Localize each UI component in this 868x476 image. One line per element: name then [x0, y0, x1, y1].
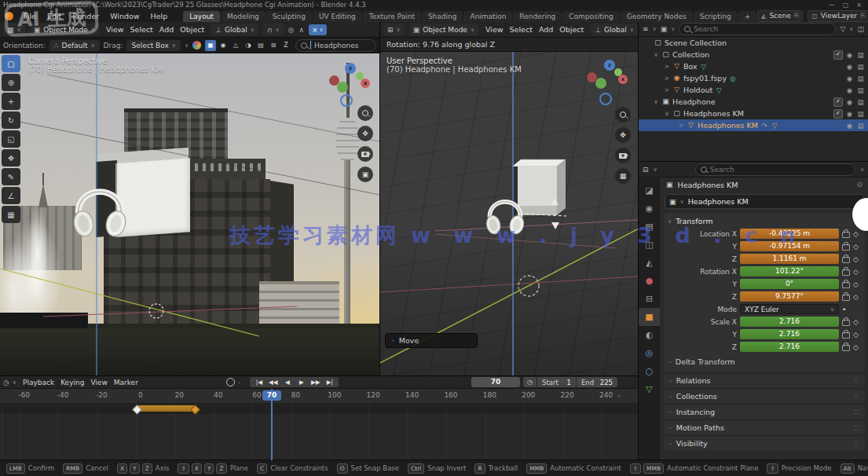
workspace-tab[interactable]: Rendering: [513, 11, 562, 22]
zoom-icon[interactable]: [615, 107, 631, 123]
keyframe-diamond-icon[interactable]: ◇: [853, 243, 859, 251]
playback-button[interactable]: |◀: [252, 378, 266, 386]
gizmo-x-axis[interactable]: x: [618, 75, 628, 84]
new-layer-icon[interactable]: ⎘: [860, 12, 865, 20]
workspace-tab[interactable]: Layout: [183, 11, 220, 22]
hide-eye-icon[interactable]: [845, 62, 854, 71]
properties-tab[interactable]: ⊟: [639, 290, 660, 308]
keyframe-diamond-icon[interactable]: ◇: [853, 293, 859, 301]
close-button[interactable]: ×: [856, 2, 862, 9]
navigation-gizmo[interactable]: z x: [329, 61, 373, 108]
viewport-menu[interactable]: Object: [557, 25, 586, 34]
tool-button[interactable]: +: [2, 93, 20, 110]
viewport-user[interactable]: User Perspective (70) Headphone | Headph…: [379, 52, 639, 375]
outliner-row[interactable]: ∨ Headphones KM ✓: [639, 108, 868, 119]
maximize-button[interactable]: ▢: [843, 2, 849, 9]
outliner-row[interactable]: ∨ Headphone ✓: [639, 96, 868, 108]
outliner-item-label[interactable]: fspy01.fspy: [683, 74, 727, 82]
filter-funnel-icon[interactable]: ▽: [840, 25, 845, 33]
lock-icon[interactable]: [842, 320, 850, 326]
disable-render-icon[interactable]: [856, 74, 865, 82]
collapsed-panel[interactable]: › Relations ::: [664, 374, 865, 387]
workspace-tab[interactable]: Compositing: [562, 11, 619, 22]
keyframe-diamond-icon[interactable]: ◇: [853, 331, 859, 339]
value-field[interactable]: 2.716: [740, 329, 839, 339]
lock-icon[interactable]: [842, 257, 850, 263]
workspace-tab[interactable]: Modeling: [221, 11, 266, 22]
viewport-menu[interactable]: View: [104, 25, 126, 34]
properties-editor-icon[interactable]: ⊟: [643, 166, 649, 174]
rotation-mode-dropdown[interactable]: XYZ Euler ∨: [740, 304, 839, 314]
value-field[interactable]: 1.1161 m: [740, 254, 839, 264]
viewport-menu[interactable]: Add: [157, 25, 176, 34]
exclude-checkbox[interactable]: ✓: [833, 50, 843, 60]
editor-type-button[interactable]: ⊞∨: [383, 24, 405, 35]
viewport-camera[interactable]: ▢⊕+↻◱❖✎∠▦ Camera Perspective (70) Headph…: [0, 53, 379, 375]
gizmo-z-axis[interactable]: z: [345, 63, 356, 74]
gizmo-x-axis[interactable]: x: [361, 79, 370, 88]
menubar-menu[interactable]: Window: [105, 11, 144, 21]
lock-icon[interactable]: [842, 345, 850, 351]
tool-settings-icon[interactable]: ▤: [255, 40, 266, 51]
hide-eye-icon[interactable]: [845, 74, 854, 82]
tool-settings-icon[interactable]: ⊞: [268, 40, 279, 51]
exclude-checkbox[interactable]: ✓: [833, 97, 843, 107]
properties-tab[interactable]: ■: [639, 308, 660, 326]
properties-tab[interactable]: ◎: [639, 344, 660, 362]
hide-eye-icon[interactable]: [845, 121, 854, 130]
display-mode-icon[interactable]: ▣: [661, 25, 668, 33]
drag-mode-dropdown[interactable]: Select Box∨: [126, 40, 180, 51]
hide-eye-icon[interactable]: [845, 86, 854, 94]
tool-button[interactable]: ⊕: [2, 74, 20, 91]
camera-view-icon[interactable]: [615, 148, 631, 163]
orientation-dropdown[interactable]: ⊥Global∨: [591, 24, 638, 35]
keyframe-diamond-icon[interactable]: ◇: [853, 230, 859, 238]
outliner-search-input[interactable]: Search: [679, 23, 836, 35]
lock-icon[interactable]: [842, 295, 850, 301]
lock-icon[interactable]: [842, 269, 850, 276]
timeline-ruler[interactable]: -60-40-200204060801001201401601802002202…: [0, 389, 638, 404]
view-layer-selector[interactable]: ◫ ViewLayer ⎘: [808, 10, 868, 22]
operator-panel[interactable]: › Move: [385, 333, 478, 348]
timeline-editor-icon[interactable]: ◷: [3, 379, 9, 386]
workspace-tab[interactable]: Texture Paint: [363, 11, 421, 22]
viewport-menu[interactable]: Object: [178, 25, 207, 34]
exclude-checkbox[interactable]: ✓: [833, 109, 843, 119]
viewport-menu[interactable]: Select: [507, 25, 535, 34]
properties-tab[interactable]: ◪: [639, 181, 660, 200]
mode-dropdown[interactable]: ▣Object Mode∨: [409, 24, 478, 35]
stopwatch-icon[interactable]: ◷: [523, 377, 537, 387]
workspace-tab[interactable]: Geometry Nodes: [621, 11, 693, 22]
tool-button[interactable]: ▦: [2, 206, 20, 223]
value-field[interactable]: 2.716: [740, 342, 839, 352]
tool-button[interactable]: ▢: [2, 55, 20, 72]
properties-tab[interactable]: ◉: [639, 200, 660, 218]
hide-eye-icon[interactable]: [845, 50, 854, 59]
keyframe-diamond-icon[interactable]: ◇: [853, 343, 859, 351]
disable-render-icon[interactable]: [856, 86, 865, 94]
outliner-item-label[interactable]: Headphone: [672, 97, 716, 106]
outliner-row[interactable]: ∨ Collection ✓: [639, 49, 868, 60]
delta-transform-panel[interactable]: › Delta Transform: [668, 356, 861, 368]
keyframe-range-bar[interactable]: [137, 405, 195, 412]
viewport-menu[interactable]: Add: [537, 25, 555, 34]
orientation-dropdown[interactable]: ⊥Global∨: [211, 24, 258, 35]
grid-toggle-icon[interactable]: ▦: [615, 168, 631, 184]
playback-button[interactable]: ◀: [280, 378, 294, 386]
tool-button[interactable]: ∠: [2, 187, 20, 204]
outliner-row[interactable]: > Holdout ▽ ✓: [639, 84, 868, 96]
properties-tab[interactable]: ●: [639, 272, 660, 290]
options-chevron-icon[interactable]: ∨: [860, 167, 864, 173]
camera-view-icon[interactable]: [357, 146, 373, 162]
collapse-chevron-icon[interactable]: ∨: [185, 42, 189, 49]
timeline-menu[interactable]: View: [87, 379, 110, 386]
new-scene-icon[interactable]: ⎘: [794, 12, 799, 20]
end-frame-field[interactable]: End225: [577, 377, 617, 387]
keyframe-diamond-icon[interactable]: ◇: [853, 268, 859, 276]
tool-button[interactable]: ↻: [2, 112, 20, 129]
disable-render-icon[interactable]: [856, 109, 865, 118]
playback-button[interactable]: ▶▶: [309, 378, 322, 386]
keying-options-icon[interactable]: –: [238, 379, 241, 386]
pin-icon[interactable]: ⊙: [856, 181, 863, 189]
properties-tab[interactable]: ◭: [639, 254, 660, 272]
